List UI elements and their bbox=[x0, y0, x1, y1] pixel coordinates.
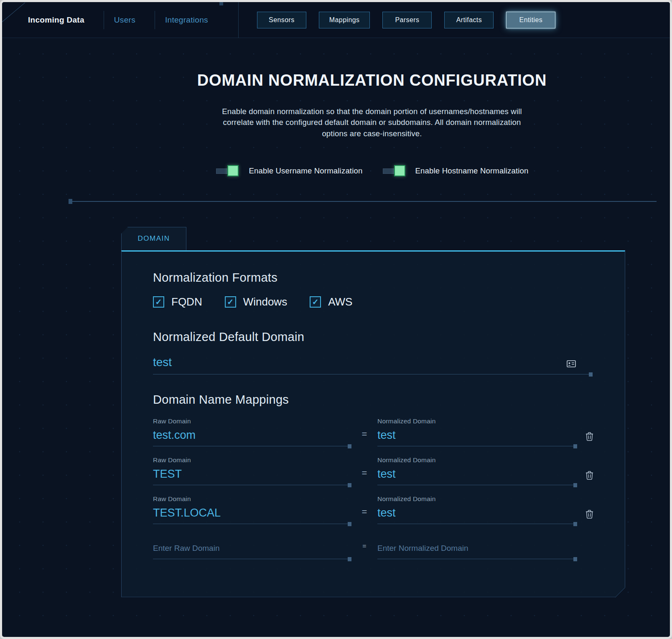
row-actions bbox=[577, 469, 595, 485]
normalized-domain-label: Normalized Domain bbox=[377, 456, 577, 464]
mapping-row: Raw Domain = Normalized Domain bbox=[153, 495, 593, 524]
domain-mappings-list: Raw Domain = Normalized Domain bbox=[153, 418, 593, 559]
page-description: Enable domain normalization so that the … bbox=[211, 106, 533, 139]
raw-domain-field: Raw Domain bbox=[153, 418, 351, 446]
normalized-domain-input[interactable] bbox=[377, 429, 577, 442]
format-checkboxes: ✓ FQDN ✓ Windows ✓ AWS bbox=[153, 295, 593, 308]
trash-icon bbox=[585, 471, 593, 480]
checkbox-windows-label: Windows bbox=[243, 295, 287, 308]
hero-section: DOMAIN NORMALIZATION CONFIGURATION Enabl… bbox=[73, 38, 671, 178]
toggle-knob bbox=[227, 165, 239, 176]
normalized-domain-field: Normalized Domain bbox=[377, 418, 577, 446]
normalized-domain-field: Normalized Domain bbox=[377, 495, 577, 524]
trash-icon bbox=[585, 432, 593, 441]
equals-sign: = bbox=[351, 507, 377, 524]
new-raw-domain-input[interactable] bbox=[153, 544, 351, 555]
normalized-domain-input[interactable] bbox=[377, 507, 577, 519]
normalized-domain-label: Normalized Domain bbox=[377, 418, 577, 425]
delete-mapping-button[interactable] bbox=[584, 430, 595, 444]
raw-domain-label: Raw Domain bbox=[153, 456, 351, 464]
domain-panel-wrap: Normalization Formats ✓ FQDN ✓ Windows ✓… bbox=[121, 250, 625, 597]
tab-domain[interactable]: DOMAIN bbox=[121, 227, 186, 250]
top-nav: Incoming Data Users Integrations Sensors… bbox=[2, 2, 670, 38]
username-normalization-toggle[interactable] bbox=[215, 164, 239, 178]
app-window: Incoming Data Users Integrations Sensors… bbox=[0, 0, 672, 639]
normalized-domain-label: Normalized Domain bbox=[377, 495, 577, 503]
artifacts-button[interactable]: Artifacts bbox=[444, 12, 494, 28]
toggle-knob bbox=[394, 165, 405, 176]
hostname-normalization-toggle[interactable] bbox=[382, 164, 406, 178]
nav-item-integrations[interactable]: Integrations bbox=[155, 15, 227, 25]
contact-card-icon bbox=[567, 360, 576, 369]
checkbox-checked-icon: ✓ bbox=[225, 296, 236, 308]
hostname-normalization-group: Enable Hostname Normalization bbox=[382, 164, 529, 178]
equals-sign: = bbox=[351, 429, 377, 446]
new-normalized-domain-field bbox=[377, 544, 577, 559]
new-mapping-row: = bbox=[153, 542, 593, 559]
checkbox-aws-label: AWS bbox=[328, 295, 352, 308]
row-actions bbox=[577, 508, 595, 524]
nav-separator bbox=[238, 2, 239, 38]
main-content: DOMAIN NORMALIZATION CONFIGURATION Enabl… bbox=[2, 38, 670, 637]
nav-button-group: Sensors Mappings Parsers Artifacts Entit… bbox=[257, 12, 556, 28]
normalized-domain-field: Normalized Domain bbox=[377, 456, 577, 485]
domain-panel: Normalization Formats ✓ FQDN ✓ Windows ✓… bbox=[121, 250, 625, 597]
raw-domain-input[interactable] bbox=[153, 468, 351, 481]
equals-sign: = bbox=[351, 468, 377, 485]
default-domain-heading: Normalized Default Domain bbox=[153, 330, 593, 344]
normalization-formats-heading: Normalization Formats bbox=[153, 271, 593, 285]
new-raw-domain-field bbox=[153, 544, 351, 559]
trash-icon bbox=[585, 509, 593, 519]
raw-domain-label: Raw Domain bbox=[153, 495, 351, 503]
entities-button[interactable]: Entities bbox=[506, 12, 555, 28]
checkbox-fqdn-label: FQDN bbox=[171, 295, 202, 308]
checkbox-checked-icon: ✓ bbox=[310, 296, 321, 308]
checkbox-fqdn[interactable]: ✓ FQDN bbox=[153, 295, 202, 308]
nav-item-users[interactable]: Users bbox=[104, 15, 155, 25]
new-normalized-domain-input[interactable] bbox=[377, 544, 577, 555]
nav-item-incoming-data[interactable]: Incoming Data bbox=[28, 15, 104, 25]
default-domain-field bbox=[153, 356, 593, 374]
normalized-domain-input[interactable] bbox=[377, 468, 577, 481]
sensors-button[interactable]: Sensors bbox=[257, 12, 306, 28]
raw-domain-label: Raw Domain bbox=[153, 418, 351, 425]
nav-links: Incoming Data Users Integrations bbox=[2, 2, 239, 38]
hostname-normalization-label: Enable Hostname Normalization bbox=[415, 166, 529, 176]
normalization-toggles: Enable Username Normalization Enable Hos… bbox=[73, 164, 671, 178]
raw-domain-input[interactable] bbox=[153, 429, 351, 442]
checkbox-aws[interactable]: ✓ AWS bbox=[310, 295, 352, 308]
raw-domain-input[interactable] bbox=[153, 507, 351, 519]
default-domain-input[interactable] bbox=[153, 356, 593, 369]
mapping-row: Raw Domain = Normalized Domain bbox=[153, 456, 593, 485]
mappings-button[interactable]: Mappings bbox=[319, 12, 370, 28]
section-divider bbox=[71, 201, 657, 202]
row-actions bbox=[577, 430, 595, 446]
checkbox-checked-icon: ✓ bbox=[153, 296, 164, 308]
checkbox-windows[interactable]: ✓ Windows bbox=[225, 295, 287, 308]
nav-notch-decoration bbox=[219, 2, 223, 5]
domain-mappings-heading: Domain Name Mappings bbox=[153, 393, 593, 407]
raw-domain-field: Raw Domain bbox=[153, 456, 351, 485]
username-normalization-label: Enable Username Normalization bbox=[249, 166, 362, 176]
delete-mapping-button[interactable] bbox=[584, 469, 595, 483]
page-title: DOMAIN NORMALIZATION CONFIGURATION bbox=[73, 38, 671, 89]
mapping-row: Raw Domain = Normalized Domain bbox=[153, 418, 593, 446]
equals-sign: = bbox=[351, 542, 377, 559]
raw-domain-field: Raw Domain bbox=[153, 495, 351, 524]
delete-mapping-button[interactable] bbox=[584, 508, 595, 522]
username-normalization-group: Enable Username Normalization bbox=[215, 164, 362, 178]
parsers-button[interactable]: Parsers bbox=[382, 12, 432, 28]
